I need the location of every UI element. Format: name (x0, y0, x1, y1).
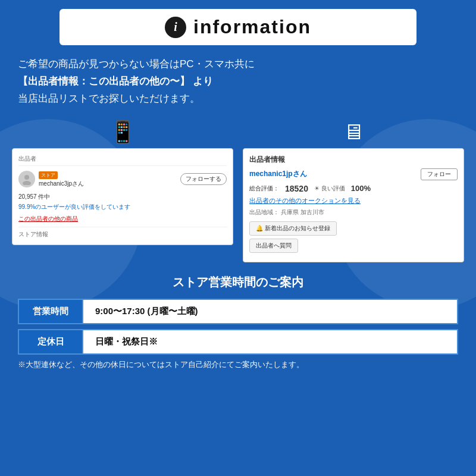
pc-good-pct: 100% (351, 184, 371, 193)
footer-note: ※大型連休など、その他の休日についてはストア自己紹介にてご案内いたします。 (18, 359, 458, 370)
mobile-seller-left: ストア mechanic3jpさん (18, 171, 84, 188)
screenshots-row: 📱 出品者 ストア mechanic3jpさん フォローする (12, 120, 464, 262)
hours-value-1: 日曜・祝祭日※ (82, 329, 458, 355)
info-icon: i (165, 17, 186, 38)
mobile-count: 20,957 件中 (18, 193, 227, 201)
hours-row-0: 営業時間 9:00〜17:30 (月曜〜土曜) (18, 299, 458, 324)
page-title: information (193, 16, 311, 38)
main-text-line2: 【出品者情報：この出品者の他の〜】 より (18, 73, 458, 90)
main-text-line1: ご希望の商品が見つからない場合はPC・スマホ共に (18, 56, 458, 73)
mobile-rating: 99.9%のユーザーが良い評価をしています (18, 203, 227, 211)
hours-row-1: 定休日 日曜・祝祭日※ (18, 329, 458, 355)
pc-rating-num: 18520 (285, 184, 308, 193)
mobile-follow-button[interactable]: フォローする (180, 173, 227, 185)
computer-icon: 🖥 (343, 120, 364, 145)
hours-value-0: 9:00〜17:30 (月曜〜土曜) (82, 299, 458, 324)
mobile-screen: 出品者 ストア mechanic3jpさん フォローする 20,957 件中 (12, 148, 233, 245)
pc-good-label: ☀ 良い評価 (314, 184, 345, 193)
mobile-seller-row: ストア mechanic3jpさん フォローする (18, 171, 227, 188)
smartphone-icon: 📱 (109, 120, 136, 145)
mobile-seller-info: ストア mechanic3jpさん (39, 171, 84, 188)
store-badge: ストア (39, 171, 58, 179)
pc-follow-button[interactable]: フォロー (421, 168, 458, 180)
pc-rating-label: 総合評価： (249, 184, 279, 193)
svg-point-0 (24, 175, 29, 180)
avatar (18, 171, 35, 187)
main-text-line3: 当店出品リストでお探しいただけます。 (18, 90, 458, 108)
hours-section: ストア営業時間のご案内 営業時間 9:00〜17:30 (月曜〜土曜) 定休日 … (12, 274, 464, 370)
pc-notification-button[interactable]: 🔔 新着出品のお知らせ登録 (249, 221, 337, 236)
hours-title: ストア営業時間のご案内 (18, 274, 458, 290)
info-header: i information (60, 9, 416, 45)
pc-seller-info-label: 出品者情報 (249, 155, 458, 165)
mobile-other-items-link[interactable]: この出品者の他の商品 (18, 215, 227, 223)
pc-auction-link[interactable]: 出品者のその他のオークションを見る (249, 196, 458, 205)
mobile-seller-name: mechanic3jpさん (39, 180, 84, 188)
pc-region: 出品地域： 兵庫県 加古川市 (249, 208, 458, 217)
hours-label-0: 営業時間 (18, 299, 83, 324)
pc-rating-row: 総合評価： 18520 ☀ 良い評価 100% (249, 184, 458, 193)
mobile-store-info: ストア情報 (18, 227, 227, 239)
pc-screen: 出品者情報 mechanic1jpさん フォロー 総合評価： 18520 ☀ 良… (243, 148, 464, 262)
mobile-screenshot-container: 📱 出品者 ストア mechanic3jpさん フォローする (12, 120, 233, 245)
pc-seller-row: mechanic1jpさん フォロー (249, 168, 458, 180)
hours-label-1: 定休日 (18, 329, 83, 355)
main-description: ご希望の商品が見つからない場合はPC・スマホ共に 【出品者情報：この出品者の他の… (12, 56, 464, 108)
pc-seller-name: mechanic1jpさん (249, 169, 307, 179)
mobile-seller-label: 出品者 (18, 155, 227, 166)
pc-screenshot-container: 🖥 出品者情報 mechanic1jpさん フォロー 総合評価： 18520 ☀… (243, 120, 464, 262)
pc-question-button[interactable]: 出品者へ質問 (249, 239, 298, 253)
svg-point-1 (23, 181, 31, 185)
